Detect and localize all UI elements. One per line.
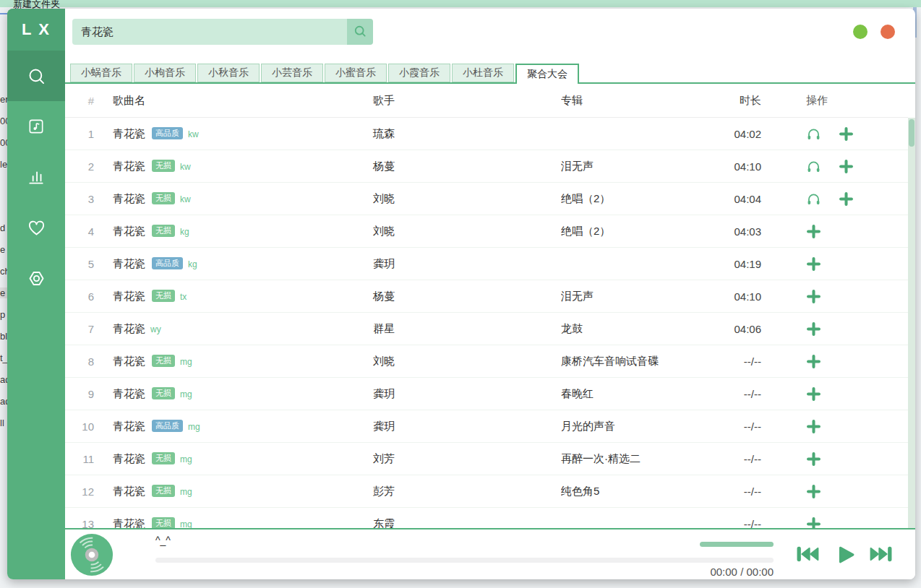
source-tag: kg — [180, 227, 189, 237]
close-button[interactable] — [881, 25, 895, 39]
heart-icon — [27, 218, 46, 238]
album-cell: 纯色角5 — [561, 485, 725, 498]
table-row[interactable]: 8青花瓷无损mg刘晓康桥汽车音响试音碟--/-- — [65, 345, 908, 378]
row-index: 3 — [65, 193, 113, 205]
duration-cell: 04:02 — [725, 128, 761, 140]
table-row[interactable]: 1青花瓷高品质kw琉森04:02 — [65, 118, 908, 150]
quality-badge: 无损 — [152, 160, 175, 172]
add-icon[interactable] — [806, 321, 821, 337]
add-icon[interactable] — [806, 256, 821, 272]
tab-小蜜音乐[interactable]: 小蜜音乐 — [325, 64, 387, 82]
artist-cell: 刘晓 — [373, 225, 561, 238]
listen-icon[interactable] — [806, 126, 821, 142]
table-row[interactable]: 2青花瓷无损kw杨蔓泪无声04:10 — [65, 150, 908, 183]
add-icon[interactable] — [806, 386, 821, 402]
volume-slider[interactable] — [700, 542, 774, 547]
desktop: { "background": { "folder_label": "新建文件夹… — [0, 0, 921, 588]
add-icon[interactable] — [806, 289, 821, 304]
sidebar-item-search[interactable] — [7, 51, 65, 101]
artist-cell: 杨蔓 — [373, 290, 561, 303]
duration-cell: --/-- — [725, 485, 761, 498]
previous-track-button[interactable] — [797, 545, 820, 566]
source-tabs: 小蜗音乐小枸音乐小秋音乐小芸音乐小蜜音乐小霞音乐小杜音乐聚合大会 — [65, 64, 915, 84]
table-row[interactable]: 5青花瓷高品质kg龚玥04:19 — [65, 248, 908, 280]
add-icon[interactable] — [839, 126, 854, 142]
song-title: 青花瓷 — [113, 355, 145, 367]
song-title: 青花瓷 — [113, 452, 145, 464]
duration-cell: --/-- — [725, 453, 761, 465]
tab-聚合大会[interactable]: 聚合大会 — [515, 64, 579, 84]
artist-cell: 龚玥 — [373, 420, 561, 433]
artist-cell: 东霞 — [373, 517, 561, 529]
sidebar-item-love[interactable] — [7, 202, 65, 253]
source-tag: wy — [150, 324, 161, 334]
add-icon[interactable] — [806, 224, 821, 239]
album-disc-icon[interactable] — [69, 532, 114, 577]
sidebar-item-settings[interactable] — [7, 253, 65, 303]
sidebar-item-my-music[interactable] — [7, 101, 65, 152]
song-title: 青花瓷 — [113, 485, 145, 497]
quality-badge: 无损 — [152, 290, 175, 302]
tab-小芸音乐[interactable]: 小芸音乐 — [261, 64, 323, 82]
quality-badge: 无损 — [152, 517, 175, 529]
tab-小枸音乐[interactable]: 小枸音乐 — [134, 64, 196, 82]
song-title: 青花瓷 — [113, 290, 145, 302]
source-tag: kw — [180, 162, 191, 172]
minimize-button[interactable] — [853, 25, 868, 39]
album-cell: 康桥汽车音响试音碟 — [561, 355, 725, 368]
add-icon[interactable] — [806, 451, 821, 467]
table-row[interactable]: 4青花瓷无损kg刘晓绝唱（2）04:03 — [65, 215, 908, 248]
table-row[interactable]: 11青花瓷无损mg刘芳再醉一次·精选二--/-- — [65, 443, 908, 475]
actions-cell — [761, 516, 908, 529]
add-icon[interactable] — [839, 159, 854, 174]
tab-小秋音乐[interactable]: 小秋音乐 — [197, 64, 260, 82]
tab-小蜗音乐[interactable]: 小蜗音乐 — [70, 64, 132, 82]
actions-cell — [761, 419, 908, 434]
search-input[interactable] — [72, 19, 347, 45]
scrollbar-track[interactable] — [908, 118, 915, 528]
add-icon[interactable] — [806, 516, 821, 529]
table-row[interactable]: 12青花瓷无损mg彭芳纯色角5--/-- — [65, 475, 908, 508]
song-title: 青花瓷 — [113, 192, 145, 204]
song-title: 青花瓷 — [113, 225, 145, 237]
artist-cell: 龚玥 — [373, 257, 561, 271]
table-row[interactable]: 9青花瓷无损mg龚玥春晚红--/-- — [65, 378, 908, 410]
listen-icon[interactable] — [806, 159, 821, 174]
listen-icon[interactable] — [806, 191, 821, 207]
tab-小杜音乐[interactable]: 小杜音乐 — [452, 64, 514, 82]
add-icon[interactable] — [806, 484, 821, 499]
song-cell: 青花瓷wy — [113, 322, 373, 336]
table-row[interactable]: 6青花瓷无损tx杨蔓泪无声04:10 — [65, 280, 908, 313]
scrollbar-thumb[interactable] — [909, 119, 914, 147]
progress-bar[interactable] — [155, 558, 774, 563]
table-row[interactable]: 3青花瓷无损kw刘晓绝唱（2）04:04 — [65, 183, 908, 215]
song-title: 青花瓷 — [113, 322, 145, 334]
play-button[interactable] — [834, 545, 856, 568]
table-row[interactable]: 13青花瓷无损mg东霞--/-- — [65, 508, 908, 528]
actions-cell — [761, 321, 908, 337]
table-row[interactable]: 7青花瓷wy群星龙鼓04:06 — [65, 313, 908, 345]
duration-cell: --/-- — [725, 355, 761, 368]
quality-badge: 无损 — [152, 452, 175, 464]
sidebar-item-leaderboard[interactable] — [7, 152, 65, 202]
search-button[interactable] — [347, 19, 373, 45]
row-index: 1 — [65, 128, 113, 140]
header-index: # — [65, 95, 113, 107]
add-icon[interactable] — [806, 419, 821, 434]
search-box — [72, 19, 373, 45]
add-icon[interactable] — [839, 191, 854, 207]
source-tag: mg — [188, 422, 200, 432]
add-icon[interactable] — [806, 354, 821, 369]
search-icon — [353, 24, 367, 40]
actions-cell — [761, 191, 908, 207]
duration-cell: 04:10 — [725, 290, 761, 303]
song-cell: 青花瓷无损mg — [113, 485, 373, 498]
artist-cell: 群星 — [373, 322, 561, 336]
row-index: 4 — [65, 225, 113, 238]
duration-cell: 04:04 — [725, 193, 761, 205]
next-track-button[interactable] — [869, 545, 892, 566]
song-cell: 青花瓷无损mg — [113, 517, 373, 529]
table-row[interactable]: 10青花瓷高品质mg龚玥月光的声音--/-- — [65, 410, 908, 443]
song-cell: 青花瓷无损mg — [113, 452, 373, 466]
tab-小霞音乐[interactable]: 小霞音乐 — [388, 64, 450, 82]
